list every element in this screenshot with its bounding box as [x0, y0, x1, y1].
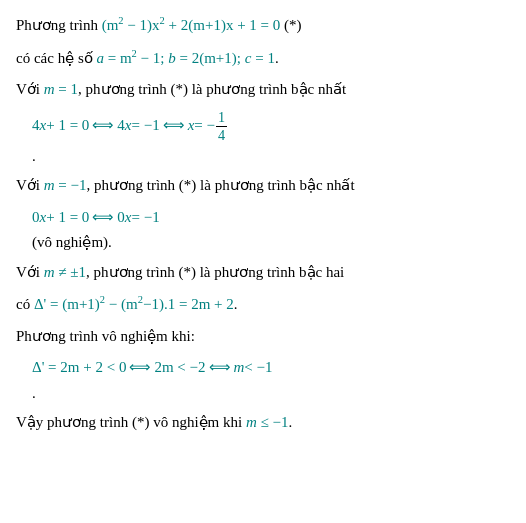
period-1: .: [32, 148, 36, 164]
paragraph-7: Phương trình vô nghiệm khi:: [16, 324, 510, 350]
text-line-6: có Δ' = (m+1)2 − (m2−1).1 = 2m + 2.: [16, 296, 238, 312]
paragraph-2: có các hệ số a = m2 − 1; b = 2(m+1); c =…: [16, 45, 510, 72]
paragraph-4: Với m = −1, phương trình (*) là phương t…: [16, 173, 510, 199]
equation-m1: 4x + 1 = 0 ⟺ 4x = −1 ⟺ x = − 1 4 .: [32, 109, 510, 170]
eq-m1-line: 4x + 1 = 0 ⟺ 4x = −1 ⟺ x = − 1 4: [32, 109, 510, 144]
text-line-3: Với m = 1, phương trình (*) là phương tr…: [16, 81, 346, 97]
eq-m-1-line: 0x + 1 = 0 ⟺ 0x = −1: [32, 205, 510, 231]
paragraph-1: Phương trình (m2 − 1)x2 + 2(m+1)x + 1 = …: [16, 12, 510, 39]
text-line-7: Phương trình vô nghiệm khi:: [16, 328, 195, 344]
paragraph-5: Với m ≠ ±1, phương trình (*) là phương t…: [16, 260, 510, 286]
text-line-5: Với m ≠ ±1, phương trình (*) là phương t…: [16, 264, 344, 280]
paragraph-8: Vậy phương trình (*) vô nghiệm khi m ≤ −…: [16, 410, 510, 436]
text-line-2: có các hệ số a = m2 − 1; b = 2(m+1); c =…: [16, 50, 279, 66]
text-line-4: Với m = −1, phương trình (*) là phương t…: [16, 177, 355, 193]
text-line-8: Vậy phương trình (*) vô nghiệm khi m ≤ −…: [16, 414, 292, 430]
equation-delta: Δ' = 2m + 2 < 0 ⟺ 2m < −2 ⟺ m < −1 .: [32, 355, 510, 406]
main-content: Phương trình (m2 − 1)x2 + 2(m+1)x + 1 = …: [16, 12, 510, 436]
delta-condition: Δ' = 2m + 2 < 0 ⟺ 2m < −2 ⟺ m < −1: [32, 355, 510, 381]
paragraph-6: có Δ' = (m+1)2 − (m2−1).1 = 2m + 2.: [16, 291, 510, 318]
equation-m-1: 0x + 1 = 0 ⟺ 0x = −1 (vô nghiệm).: [32, 205, 510, 256]
period-2: .: [32, 385, 36, 401]
paragraph-3: Với m = 1, phương trình (*) là phương tr…: [16, 77, 510, 103]
text-line-1: Phương trình (m2 − 1)x2 + 2(m+1)x + 1 = …: [16, 17, 302, 33]
text-vn: (vô nghiệm).: [32, 234, 112, 250]
